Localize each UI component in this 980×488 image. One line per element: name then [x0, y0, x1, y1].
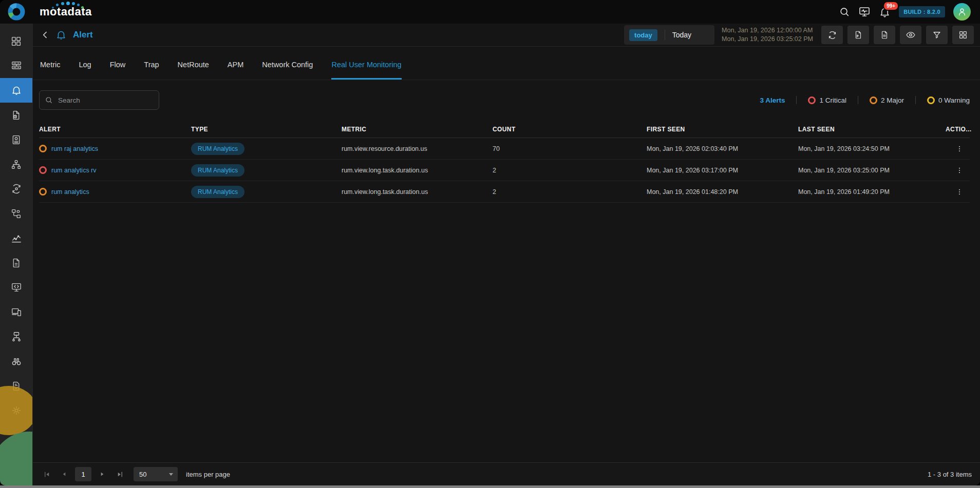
screen-bottom-edge [0, 485, 980, 488]
refresh-button[interactable] [821, 26, 843, 44]
app-window: motadata [0, 0, 980, 485]
alert-name-link[interactable]: rum raj analytics [51, 145, 98, 152]
tab-apm[interactable]: APM [228, 61, 243, 80]
tab-metric[interactable]: Metric [40, 61, 60, 80]
tab-log[interactable]: Log [79, 61, 91, 80]
items-range-label: 1 - 3 of 3 items [928, 471, 972, 478]
sidebar-decoration-circle-yellow [0, 386, 33, 435]
col-last-seen: LAST SEEN [798, 126, 946, 133]
major-count: 2 Major [870, 96, 904, 104]
tab-network-config[interactable]: Network Config [262, 61, 313, 80]
devices-icon [11, 306, 22, 318]
infrastructure-icon [11, 60, 22, 71]
warning-severity-icon [927, 96, 935, 104]
filter-button[interactable] [926, 26, 948, 44]
logo-ring-icon [7, 3, 26, 21]
discovery-icon [11, 356, 22, 367]
alert-type-badge: RUM Analytics [191, 186, 244, 198]
metric-cell: rum.view.long.task.duration.us [342, 167, 493, 174]
sidebar-item-topology[interactable] [0, 152, 32, 177]
next-page-button[interactable] [96, 467, 109, 481]
alert-bell-icon [11, 85, 22, 96]
alerts-table: ALERT TYPE METRIC COUNT FIRST SEEN LAST … [39, 121, 970, 203]
row-actions-menu-button[interactable] [954, 144, 965, 154]
sidebar-item-report[interactable] [0, 127, 32, 152]
row-actions-menu-button[interactable] [954, 165, 965, 175]
user-avatar[interactable] [953, 3, 971, 21]
alert-type-badge: RUM Analytics [191, 143, 244, 155]
divider [858, 96, 858, 104]
sidebar-item-workflow[interactable] [0, 201, 32, 226]
sidebar-item-infrastructure[interactable] [0, 53, 32, 78]
first-seen-cell: Mon, Jan 19, 2026 02:03:40 PM [647, 145, 798, 152]
report-icon [11, 134, 22, 145]
export-csv-button[interactable] [874, 26, 895, 44]
page-size-select[interactable]: 50 [134, 467, 178, 481]
tab-netroute[interactable]: NetRoute [178, 61, 209, 80]
critical-severity-icon [808, 96, 816, 104]
search-icon [45, 96, 53, 104]
page-header: Alert today Today Mon, Jan 19, 2026 12:0… [33, 24, 980, 47]
first-seen-cell: Mon, Jan 19, 2026 01:48:20 PM [647, 188, 798, 196]
col-type: TYPE [191, 126, 342, 133]
global-search-icon[interactable] [839, 6, 850, 17]
alert-name-link[interactable]: rum analytics [51, 188, 89, 196]
tab-trap[interactable]: Trap [144, 61, 159, 80]
count-cell: 2 [493, 188, 647, 196]
first-page-button[interactable] [40, 467, 53, 481]
critical-count: 1 Critical [808, 96, 846, 104]
kebab-menu-icon [955, 188, 964, 196]
col-alert: ALERT [39, 126, 191, 133]
topology-icon [11, 159, 22, 170]
script-monitor-icon [11, 282, 22, 293]
kebab-menu-icon [955, 166, 964, 174]
divider [915, 96, 916, 104]
sidebar-item-discovery[interactable] [0, 349, 32, 374]
back-button[interactable] [40, 30, 50, 40]
sidebar-item-log-explorer[interactable] [0, 250, 32, 275]
motadata-logo-mark[interactable] [0, 3, 32, 21]
time-range-values: Mon, Jan 19, 2026 12:00:00 AM Mon, Jan 1… [722, 26, 813, 44]
logo-dots-decoration [52, 2, 85, 9]
warning-count: 0 Warning [927, 96, 970, 104]
sidebar-decoration-circle-green [0, 432, 33, 485]
time-range-picker[interactable]: today Today [624, 25, 714, 45]
count-cell: 2 [493, 167, 647, 174]
view-button[interactable] [900, 26, 921, 44]
alert-name-link[interactable]: rum analytics rv [51, 167, 97, 174]
sidebar-item-script-monitor[interactable] [0, 275, 32, 300]
total-alerts-link[interactable]: 3 Alerts [760, 96, 785, 104]
tab-flow[interactable]: Flow [110, 61, 126, 80]
topbar: motadata [0, 0, 980, 24]
last-seen-cell: Mon, Jan 19, 2026 01:49:20 PM [798, 188, 946, 196]
warning-count-label: 0 Warning [938, 96, 970, 104]
current-page[interactable]: 1 [75, 467, 91, 481]
search-box[interactable] [39, 90, 159, 110]
content: 3 Alerts 1 Critical 2 Major 0 Warning [33, 80, 980, 462]
logo[interactable]: motadata [40, 5, 92, 18]
sidebar-item-dashboard[interactable] [0, 29, 32, 53]
sidebar-item-automation[interactable] [0, 177, 32, 201]
chevron-left-icon [40, 30, 50, 40]
page-size-value: 50 [139, 471, 146, 478]
sidebar-item-alert[interactable] [0, 78, 32, 103]
tab-real-user-monitoring[interactable]: Real User Monitoring [331, 61, 401, 80]
workflow-icon [11, 208, 22, 219]
last-page-button[interactable] [113, 467, 126, 481]
col-metric: METRIC [342, 126, 493, 133]
sidebar-item-devices[interactable] [0, 300, 32, 324]
notifications-bell-icon[interactable]: 99+ [879, 6, 891, 18]
sidebar-item-metric-explorer[interactable] [0, 226, 32, 250]
search-input[interactable] [57, 96, 154, 105]
sidebar-item-scheduler[interactable] [0, 103, 32, 127]
previous-page-button[interactable] [58, 467, 71, 481]
sidebar-item-network[interactable] [0, 324, 32, 349]
sidebar [0, 24, 33, 485]
export-pdf-button[interactable] [847, 26, 869, 44]
layout-grid-button[interactable] [952, 26, 974, 44]
time-preset-chip[interactable]: today [629, 29, 657, 41]
monitor-activity-icon[interactable] [858, 6, 871, 18]
next-page-icon [99, 471, 106, 478]
metric-cell: rum.view.long.task.duration.us [342, 188, 493, 196]
row-actions-menu-button[interactable] [954, 187, 965, 197]
